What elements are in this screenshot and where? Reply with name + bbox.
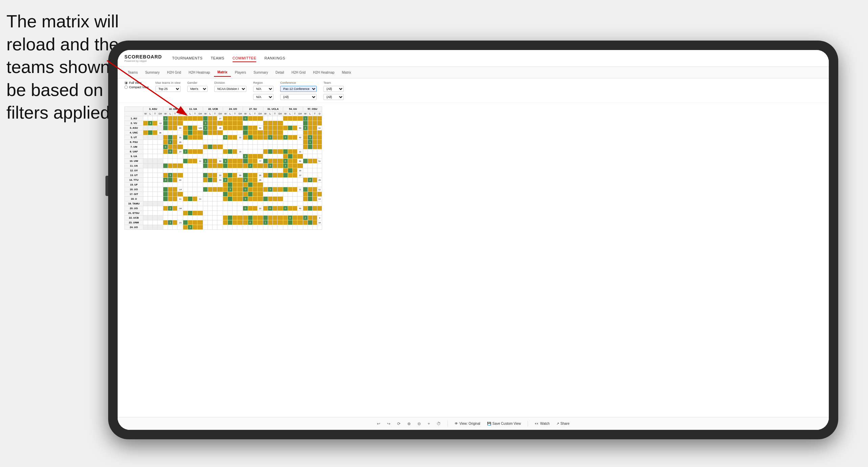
row-label: 3. ASU — [125, 126, 143, 130]
team-select2[interactable]: (All) — [323, 94, 344, 100]
matrix-cell — [193, 178, 197, 182]
matrix-cell — [257, 149, 263, 154]
matrix-cell — [148, 201, 153, 206]
tab-players[interactable]: Players — [232, 69, 249, 76]
tab-teams[interactable]: Teams — [124, 69, 141, 76]
conference-select2[interactable]: (All) — [280, 94, 317, 100]
matrix-cell — [223, 220, 228, 225]
matrix-cell — [148, 116, 153, 121]
matrix-cell: 52 — [257, 126, 263, 130]
team-group: Team (All) (All) — [323, 81, 344, 100]
matrix-cell — [297, 145, 303, 149]
matrix-cell — [248, 126, 252, 130]
matrix-cell — [148, 192, 153, 197]
matrix-cell — [277, 182, 283, 187]
save-custom-btn[interactable]: 💾 Save Custom View — [487, 422, 521, 425]
plus-icon[interactable]: + — [428, 421, 430, 426]
matrix-cell — [188, 173, 193, 178]
matrix-cell — [213, 121, 217, 126]
matrix-cell — [252, 168, 257, 173]
region-select[interactable]: N/A — [253, 86, 273, 92]
matrix-cell — [312, 173, 317, 178]
nav-rankings[interactable]: RANKINGS — [264, 55, 285, 62]
matrix-cell — [233, 126, 237, 130]
full-view-radio[interactable]: Full View — [124, 81, 149, 84]
matrix-cell — [177, 159, 183, 164]
matrix-cell — [153, 206, 158, 211]
tab-summary2[interactable]: Summary — [250, 69, 271, 76]
matrix-cell — [292, 197, 297, 201]
matrix-cell — [163, 216, 168, 220]
matrix-cell — [233, 192, 237, 197]
redo-icon[interactable]: ↪ — [387, 421, 390, 426]
matrix-cell — [277, 159, 283, 164]
tab-summary1[interactable]: Summary — [142, 69, 163, 76]
matrix-cell — [233, 130, 237, 135]
matrix-cell — [263, 173, 268, 178]
gender-select[interactable]: Men's — [187, 86, 208, 92]
row-label: 20. UG — [125, 206, 143, 211]
matrix-cell — [292, 216, 297, 220]
matrix-cell — [153, 116, 158, 121]
tab-h2h-heatmap2[interactable]: H2H Heatmap — [310, 69, 338, 76]
watch-btn[interactable]: 👀 Watch — [535, 422, 550, 425]
timer-icon[interactable]: ⏱ — [437, 421, 441, 426]
tab-h2h-grid2[interactable]: H2H Grid — [288, 69, 309, 76]
share-btn[interactable]: ↗ Share — [556, 422, 570, 425]
matrix-cell — [288, 130, 292, 135]
tab-matrix1[interactable]: Matrix — [214, 68, 231, 77]
matrix-cell — [312, 206, 317, 211]
matrix-cell — [158, 197, 163, 201]
matrix-cell — [183, 126, 188, 130]
nav-committee[interactable]: COMMITTEE — [233, 55, 257, 62]
undo-icon[interactable]: ↩ — [377, 421, 380, 426]
matrix-cell — [158, 149, 163, 154]
table-row: 14. TTU022300326229 — [125, 178, 322, 182]
spacer-header — [125, 112, 143, 116]
tab-detail[interactable]: Detail — [272, 69, 288, 76]
compact-view-radio[interactable]: Compact View — [124, 85, 149, 89]
matrix-cell — [208, 168, 213, 173]
matrix-cell — [208, 126, 213, 130]
matrix-cell — [252, 220, 257, 225]
matrix-cell — [148, 178, 153, 182]
matrix-cell — [163, 149, 168, 154]
col-header-ucb: 22. UCB — [203, 107, 223, 112]
matrix-cell — [173, 187, 177, 192]
matrix-cell — [148, 135, 153, 140]
matrix-cell — [237, 182, 243, 187]
view-original-btn[interactable]: 👁 View: Original — [455, 422, 480, 425]
zoom-out-icon[interactable]: ⊖ — [417, 421, 421, 426]
matrix-cell — [288, 187, 292, 192]
matrix-cell — [177, 168, 183, 173]
matrix-cell — [217, 211, 223, 216]
matrix-area[interactable]: 3. ASU 10. UW 11. UA 22. UCB 24. UO 27. … — [118, 103, 829, 417]
table-row: 20. UG2-340230040 — [125, 206, 322, 211]
conference-select[interactable]: Pac-12 Conference — [280, 86, 317, 92]
tab-matrix2[interactable]: Matrix — [339, 69, 355, 76]
matrix-cell — [208, 197, 213, 201]
matrix-cell — [228, 135, 233, 140]
division-select[interactable]: NCAA Division I — [214, 86, 246, 92]
matrix-cell — [243, 145, 248, 149]
row-label: 13. UT — [125, 173, 143, 178]
nav-tournaments[interactable]: TOURNAMENTS — [172, 55, 202, 62]
matrix-cell — [263, 130, 268, 135]
matrix-cell — [243, 216, 248, 220]
zoom-icon[interactable]: ⊕ — [407, 421, 411, 426]
nav-teams[interactable]: TEAMS — [211, 55, 224, 62]
row-label: 8. UAF — [125, 149, 143, 154]
matrix-cell — [163, 187, 168, 192]
team-select[interactable]: (All) — [323, 86, 344, 92]
matrix-cell — [148, 182, 153, 187]
matrix-cell — [257, 201, 263, 206]
max-teams-select[interactable]: Top 25 — [155, 86, 180, 92]
matrix-cell — [297, 201, 303, 206]
matrix-cell — [292, 121, 297, 126]
matrix-cell — [272, 187, 277, 192]
tab-h2h-heatmap1[interactable]: H2H Heatmap — [185, 69, 213, 76]
refresh-icon[interactable]: ⟳ — [397, 421, 401, 426]
matrix-cell — [158, 187, 163, 192]
region-select2[interactable]: N/A — [253, 94, 273, 100]
tab-h2h-grid1[interactable]: H2H Grid — [164, 69, 185, 76]
